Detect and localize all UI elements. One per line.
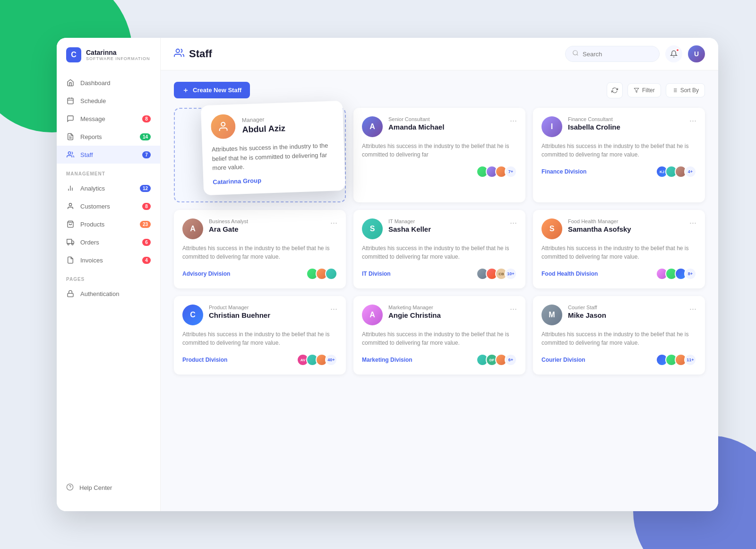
card-name-samantha: Samantha Asofsky [568, 225, 684, 233]
svg-marker-24 [634, 88, 639, 92]
card-name-mike: Mike Jason [568, 311, 684, 319]
card-info-mike: Courier Staff Mike Jason [568, 305, 684, 319]
card-menu-samantha[interactable]: ··· [689, 218, 696, 227]
staff-badge: 7 [142, 151, 151, 158]
analytics-badge: 12 [140, 185, 151, 192]
management-section-label: MANAGEMENT [57, 164, 160, 179]
app-name: Catarinna [86, 49, 150, 56]
invoices-badge: 4 [142, 257, 151, 264]
card-info-ara: Business Analyst Ara Gate [209, 218, 325, 233]
page-title-area: Staff [174, 48, 558, 60]
card-name-it: Sasha Keller [388, 225, 504, 233]
sidebar-label-authentication: Authentication [80, 290, 119, 297]
card-menu-amanda[interactable]: ··· [510, 116, 517, 125]
sidebar-item-products[interactable]: Products 23 [57, 215, 160, 233]
sidebar-item-reports[interactable]: Reports 14 [57, 128, 160, 146]
svg-line-21 [577, 54, 578, 56]
card-header-ara: A Business Analyst Ara Gate ··· [182, 218, 337, 239]
sidebar-item-orders[interactable]: Orders 6 [57, 233, 160, 251]
sidebar-label-reports: Reports [80, 133, 102, 140]
invoices-icon [66, 256, 75, 264]
division-angie: Marketing Division [362, 357, 472, 363]
card-footer-angie: Marketing Division DF 6+ [362, 354, 517, 366]
card-desc-it: Attributes his success in the industry t… [362, 244, 517, 261]
mini-avatar [325, 268, 337, 280]
sidebar-label-schedule: Schedule [80, 97, 106, 105]
card-desc-amanda: Attributes his success in the industry t… [362, 142, 517, 159]
member-avatars-christian: AV 40+ [297, 354, 337, 366]
sidebar-item-invoices[interactable]: Invoices 4 [57, 251, 160, 269]
member-count-amanda: 7+ [505, 166, 517, 178]
sidebar-label-analytics: Analytics [80, 185, 105, 192]
sidebar-item-message[interactable]: Message 8 [57, 110, 160, 128]
sort-label: Sort By [680, 87, 699, 94]
card-name-angie: Angie Christina [388, 311, 504, 319]
card-avatar-ara: A [182, 218, 203, 239]
member-count-christian: 40+ [325, 354, 337, 366]
card-role-samantha: Food Health Manager [568, 218, 684, 224]
sidebar-label-customers: Customers [80, 203, 110, 210]
card-name-isabella: Isabella Croline [568, 123, 684, 131]
division-it: IT Division [362, 270, 472, 277]
svg-point-32 [221, 122, 225, 126]
card-avatar-amanda: A [362, 116, 383, 137]
filter-button[interactable]: Filter [627, 83, 661, 97]
search-box[interactable] [565, 46, 660, 62]
help-icon [66, 483, 74, 492]
sidebar-label-orders: Orders [80, 239, 99, 246]
card-avatar-mike: M [541, 305, 562, 325]
help-center-item[interactable]: Help Center [66, 479, 151, 497]
card-header-mike: M Courier Staff Mike Jason ··· [541, 305, 696, 325]
card-info-amanda: Senior Consultant Amanda Michael [388, 116, 504, 131]
svg-rect-12 [67, 239, 72, 244]
staff-page-icon [174, 48, 184, 60]
card-footer-mike: Courier Division 11+ [541, 354, 696, 366]
card-avatar-angie: A [362, 305, 383, 325]
sidebar-item-dashboard[interactable]: Dashboard [57, 74, 160, 92]
products-icon [66, 220, 75, 228]
card-name-ara: Ara Gate [209, 225, 325, 233]
card-menu-ara[interactable]: ··· [330, 218, 337, 227]
staff-card-isabella: I Finance Consultant Isabella Croline ··… [533, 108, 705, 202]
card-desc-ara: Attributes his success in the industry t… [182, 244, 337, 261]
card-menu-christian[interactable]: ··· [330, 305, 337, 313]
sidebar-bottom: Help Center [57, 474, 160, 502]
toolbar-right: Filter Sort By [607, 82, 705, 98]
card-role-christian: Product Manager [209, 305, 325, 310]
sort-button[interactable]: Sort By [666, 83, 705, 97]
create-new-staff-button[interactable]: Create New Staff [174, 82, 250, 98]
card-avatar-isabella: I [541, 116, 562, 137]
card-avatar-christian: C [182, 305, 203, 325]
notification-button[interactable] [665, 45, 682, 62]
sidebar-label-products: Products [80, 221, 104, 228]
card-footer-christian: Product Division AV 40+ [182, 354, 337, 366]
user-avatar[interactable]: U [688, 45, 705, 62]
refresh-button[interactable] [607, 82, 623, 98]
drag-card-avatar [210, 114, 236, 139]
member-avatars-angie: DF 6+ [476, 354, 517, 366]
reports-icon [66, 132, 75, 141]
lock-icon [66, 289, 75, 298]
card-menu-isabella[interactable]: ··· [689, 116, 696, 125]
card-menu-angie[interactable]: ··· [510, 305, 517, 313]
card-footer-ara: Advisory Division [182, 268, 337, 280]
card-info-samantha: Food Health Manager Samantha Asofsky [568, 218, 684, 233]
svg-marker-13 [72, 241, 74, 243]
card-role-amanda: Senior Consultant [388, 116, 504, 122]
card-menu-mike[interactable]: ··· [689, 305, 696, 313]
card-header-angie: A Marketing Manager Angie Christina ··· [362, 305, 517, 325]
search-input[interactable] [583, 51, 649, 58]
member-avatars-amanda: 7+ [476, 166, 517, 178]
staff-card-christian: C Product Manager Christian Buehner ··· … [174, 296, 346, 375]
analytics-icon [66, 184, 75, 192]
sidebar-item-staff[interactable]: Staff 7 [57, 146, 160, 164]
help-center-label: Help Center [79, 484, 112, 491]
toolbar: Create New Staff Filter Sort By [174, 82, 705, 98]
sidebar-item-authentication[interactable]: Authentication [57, 285, 160, 303]
user-avatar-img: U [688, 45, 705, 62]
sidebar-item-schedule[interactable]: Schedule [57, 92, 160, 110]
sidebar-item-analytics[interactable]: Analytics 12 [57, 179, 160, 197]
card-name-amanda: Amanda Michael [388, 123, 504, 131]
sidebar-item-customers[interactable]: Customers 8 [57, 197, 160, 215]
card-menu-it[interactable]: ··· [510, 218, 517, 227]
